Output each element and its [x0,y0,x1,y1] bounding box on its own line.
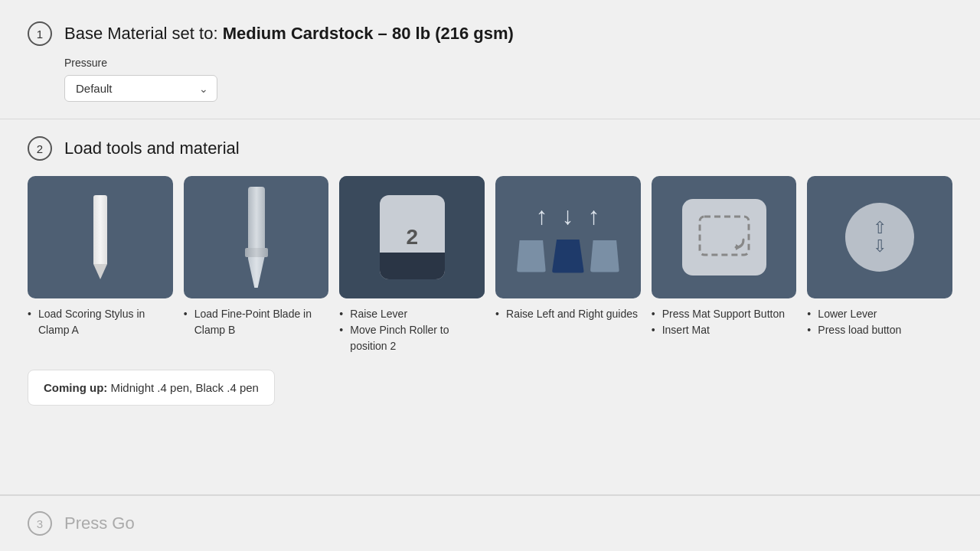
guide-right-icon [590,240,619,272]
step-circle-2: 2 [28,136,52,161]
coming-up-box: Coming up: Midnight .4 pen, Black .4 pen [28,370,275,406]
card-stylus-image [28,176,173,298]
section-2: 2 Load tools and material Load Scoring S… [0,119,980,495]
mat-card-bg: 2 [339,176,485,298]
bullet-lever-1: Lower Lever [807,306,952,322]
section-3: 3 Press Go [0,495,980,551]
card-guides-bullets: Raise Left and Right guides [495,306,641,322]
arrow-up-right-icon: ↑ [588,202,600,230]
lever-arrow-down: ⇩ [873,238,887,255]
card-mat-image: 2 [339,176,485,298]
arrows-row: ↑ ↓ ↑ [536,202,600,230]
coming-up-value: Midnight .4 pen, Black .4 pen [111,381,259,394]
card-support: Press Mat Support Button Insert Mat [652,176,797,354]
card-guides-image: ↑ ↓ ↑ [495,176,641,298]
lever-arrow-up: ⇧ [873,220,887,236]
card-mat: 2 Raise Lever Move Pinch Roller to posit… [339,176,485,354]
press-go-title: Press Go [64,514,135,533]
arrow-up-left-icon: ↑ [536,202,548,230]
card-lever: ⇧ ⇩ Lower Lever Press load button [807,176,952,354]
bullet-support-2: Insert Mat [652,322,797,338]
mat-dark-strip [380,253,445,279]
card-lever-bullets: Lower Lever Press load button [807,306,952,338]
guide-left-icon [517,240,546,272]
guides-card-inner: ↑ ↓ ↑ [495,176,641,298]
svg-rect-0 [700,217,749,255]
lever-circle: ⇧ ⇩ [845,203,914,272]
lever-arrows-icon: ⇧ ⇩ [873,220,887,255]
section-1-title: Base Material set to: Medium Cardstock –… [64,24,514,44]
card-mat-bullets: Raise Lever Move Pinch Roller to positio… [339,306,485,354]
bullet-blade-1: Load Fine-Point Blade in Clamp B [184,306,329,338]
stylus-tip [93,264,107,279]
guides-icons-row [517,240,619,273]
pressure-label: Pressure [64,57,952,69]
pressure-select[interactable]: Default More Less [64,75,217,102]
card-blade-bullets: Load Fine-Point Blade in Clamp B [184,306,329,338]
mat-box: 2 [380,195,445,279]
card-stylus-bullets: Load Scoring Stylus in Clamp A [28,306,173,338]
section-1-header: 1 Base Material set to: Medium Cardstock… [28,21,952,46]
card-support-image [652,176,797,298]
arrow-down-icon: ↓ [562,202,574,230]
page: 1 Base Material set to: Medium Cardstock… [0,0,980,551]
step-circle-3: 3 [28,511,52,536]
card-lever-image: ⇧ ⇩ [807,176,952,298]
card-blade-image [184,176,329,298]
bullet-stylus-1: Load Scoring Stylus in Clamp A [28,306,173,338]
blade-collar [245,248,268,257]
guide-center-icon [552,240,584,273]
blade-body [248,187,265,248]
pressure-select-wrapper[interactable]: Default More Less ⌄ [64,75,217,102]
mat-number: 2 [406,225,418,249]
stylus-icon [93,195,107,279]
bullet-mat-1: Raise Lever [339,306,485,322]
section-3-header: 3 Press Go [28,511,952,536]
card-stylus: Load Scoring Stylus in Clamp A [28,176,173,354]
coming-up-label: Coming up: [44,381,107,394]
base-material-label: Base Material set to: [64,24,218,43]
mat-support-bg [652,176,797,298]
card-support-bullets: Press Mat Support Button Insert Mat [652,306,797,338]
cards-row: Load Scoring Stylus in Clamp A Load Fine… [28,176,952,354]
mat-support-box [682,199,766,276]
bullet-support-1: Press Mat Support Button [652,306,797,322]
mat-support-svg [694,210,755,264]
bullet-lever-2: Press load button [807,322,952,338]
blade-tip [248,257,265,288]
section-2-title: Load tools and material [64,139,240,158]
card-guides: ↑ ↓ ↑ Raise Left and Right guides [495,176,641,354]
step-circle-1: 1 [28,21,52,46]
section-1: 1 Base Material set to: Medium Cardstock… [0,0,980,119]
stylus-body [93,195,107,264]
blade-icon [245,187,268,288]
base-material-value: Medium Cardstock – 80 lb (216 gsm) [223,24,514,43]
card-blade: Load Fine-Point Blade in Clamp B [184,176,329,354]
bullet-mat-2: Move Pinch Roller to position 2 [339,322,485,354]
section-2-header: 2 Load tools and material [28,136,952,161]
bullet-guides-1: Raise Left and Right guides [495,306,641,322]
lower-lever-bg: ⇧ ⇩ [807,176,952,298]
